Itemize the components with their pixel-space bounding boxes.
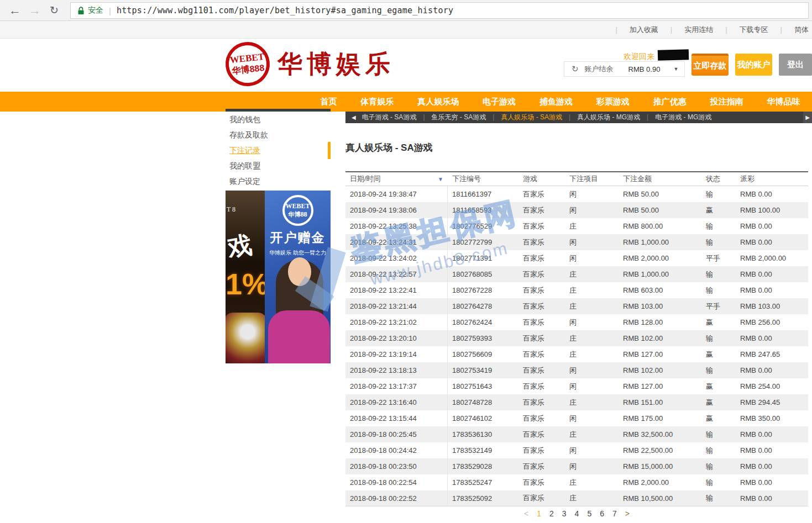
cell-payout: RMB 0.00 xyxy=(736,238,808,246)
logout-button[interactable]: 登出 xyxy=(779,54,812,76)
address-bar[interactable]: 安全 | https://www.wbg1101.com/player/bet_… xyxy=(70,2,809,19)
cell-payout: RMB 100.00 xyxy=(736,206,808,214)
promo-banner-slide1[interactable]: T 8 戏 1% xyxy=(226,191,265,363)
utility-bar: 加入收藏实用连结下载专区简体 xyxy=(0,21,812,39)
cell-game: 百家乐 xyxy=(518,493,565,503)
cell-bet-item: 闲 xyxy=(565,446,619,456)
deposit-button[interactable]: 立即存款 xyxy=(691,54,729,76)
sidebar-item[interactable]: 下注记录 xyxy=(226,142,331,158)
username-censor-bar xyxy=(679,52,689,59)
pagination-page[interactable]: 2 xyxy=(549,509,554,518)
utility-link[interactable]: 实用连结 xyxy=(658,25,713,35)
cell-bet-number: 1783525247 xyxy=(448,478,518,487)
cell-payout: RMB 0.00 xyxy=(736,222,808,230)
table-row: 2018-09-18 00:22:54 1783525247 百家乐 庄 RMB… xyxy=(345,474,808,490)
cell-game: 百家乐 xyxy=(518,366,565,376)
promo-banners[interactable]: T 8 戏 1% WEBET 华博88 开户赠金 华博娱乐 助您一臂之力 xyxy=(226,191,331,363)
cell-bet-amount: RMB 128.00 xyxy=(619,318,701,326)
pagination-prev[interactable]: < xyxy=(524,509,528,518)
nav-item[interactable]: 首页 xyxy=(320,97,337,107)
url-text[interactable]: https://www.wbg1101.com/player/bet_histo… xyxy=(117,6,453,15)
cell-bet-item: 庄 xyxy=(565,350,619,360)
tabs-scroll-right-icon[interactable]: ▶ xyxy=(803,112,812,123)
header-game: 游戏 xyxy=(518,174,565,184)
history-tab[interactable]: 电子游戏 - MG游戏 xyxy=(640,113,711,122)
banner2-logo: WEBET 华博88 xyxy=(282,195,313,226)
table-row: 2018-09-22 13:15:44 1802746102 百家乐 闲 RMB… xyxy=(345,410,808,426)
history-tab[interactable]: 电子游戏 - SA游戏 xyxy=(362,113,417,122)
pagination-page[interactable]: 5 xyxy=(587,509,591,518)
utility-link[interactable]: 下载专区 xyxy=(713,25,768,35)
cell-payout: RMB 103.00 xyxy=(736,302,808,310)
pagination-next[interactable]: > xyxy=(625,509,630,518)
history-tab[interactable]: 真人娱乐场 - SA游戏 xyxy=(486,113,562,122)
banner2-subtitle: 华博娱乐 助您一臂之力 xyxy=(265,249,331,257)
pagination-page[interactable]: 3 xyxy=(562,509,567,518)
pagination-page[interactable]: 1 xyxy=(537,509,541,518)
header-bet-item: 下注项目 xyxy=(565,174,619,184)
table-row: 2018-09-24 19:38:47 1811661397 百家乐 闲 RMB… xyxy=(345,186,808,202)
cell-status: 输 xyxy=(701,221,736,231)
pagination-page[interactable]: 4 xyxy=(575,509,579,518)
nav-item[interactable]: 投注指南 xyxy=(710,97,743,107)
cell-bet-number: 1811658593 xyxy=(448,206,518,214)
browser-forward-icon[interactable]: → xyxy=(29,2,41,19)
cell-status: 输 xyxy=(701,462,736,472)
pagination-page[interactable]: 6 xyxy=(600,509,604,518)
cell-payout: RMB 0.00 xyxy=(736,462,808,471)
cell-bet-amount: RMB 1,000.00 xyxy=(619,238,701,246)
cell-date: 2018-09-22 13:16:40 xyxy=(345,394,448,410)
promo-banner-slide2[interactable]: WEBET 华博88 开户赠金 华博娱乐 助您一臂之力 xyxy=(265,191,331,363)
cell-status: 输 xyxy=(701,430,736,440)
cell-date: 2018-09-24 19:38:47 xyxy=(345,186,448,202)
tabs-scroll-left-icon[interactable]: ◀ xyxy=(352,114,356,120)
history-tab[interactable]: 鱼乐无穷 - SA游戏 xyxy=(416,113,486,122)
nav-item[interactable]: 彩票游戏 xyxy=(596,97,630,107)
sidebar-item-label: 存款及取款 xyxy=(229,130,268,139)
sidebar-item[interactable]: 存款及取款 xyxy=(226,127,331,142)
nav-item[interactable]: 推广优惠 xyxy=(653,97,687,107)
cell-game: 百家乐 xyxy=(518,334,565,344)
page-title: 真人娱乐场 - SA游戏 xyxy=(345,141,433,154)
pagination-page-label: 5 xyxy=(587,509,591,518)
site-header: WEBET 华博888 华博娱乐 欢迎回来 ↻ 账户结余 RMB 0.90 ▼ … xyxy=(0,39,812,92)
site-logo[interactable]: WEBET 华博888 华博娱乐 xyxy=(226,42,395,86)
table-row: 2018-09-22 13:17:37 1802751643 百家乐 闲 RMB… xyxy=(345,378,808,394)
cell-status: 输 xyxy=(701,478,736,488)
cell-bet-number: 1802762424 xyxy=(448,318,518,326)
utility-link[interactable]: 简体 xyxy=(768,25,809,35)
nav-item[interactable]: 真人娱乐场 xyxy=(417,97,459,107)
cell-status: 平手 xyxy=(701,302,736,311)
cell-game: 百家乐 xyxy=(518,189,565,199)
cell-date: 2018-09-18 00:23:50 xyxy=(345,458,448,474)
cell-game: 百家乐 xyxy=(518,462,565,472)
browser-back-icon[interactable]: ← xyxy=(9,2,21,19)
cell-bet-amount: RMB 127.00 xyxy=(619,350,701,358)
sidebar-item[interactable]: 账户设定 xyxy=(226,173,331,189)
utility-link[interactable]: 加入收藏 xyxy=(603,25,658,35)
cell-status: 输 xyxy=(701,366,736,376)
header-date[interactable]: 日期/时间 ▼ xyxy=(345,174,448,184)
refresh-balance-icon[interactable]: ↻ xyxy=(572,64,579,74)
sidebar-item[interactable]: 我的钱包 xyxy=(226,112,331,127)
sidebar-item[interactable]: 我的联盟 xyxy=(226,158,331,173)
nav-item[interactable]: 华博品味 xyxy=(767,97,800,107)
cell-bet-amount: RMB 102.00 xyxy=(619,334,701,342)
history-tab[interactable]: 真人娱乐场 - MG游戏 xyxy=(562,113,640,122)
sort-icon[interactable]: ▼ xyxy=(438,176,443,182)
cell-payout: RMB 254.00 xyxy=(736,382,808,390)
cell-bet-number: 1783536130 xyxy=(448,430,518,439)
banner2-logo-888: 华博88 xyxy=(288,210,307,219)
cell-date: 2018-09-22 13:24:31 xyxy=(345,234,448,250)
nav-item[interactable]: 电子游戏 xyxy=(483,97,516,107)
page: ← → ↻ 安全 | https://www.wbg1101.com/playe… xyxy=(0,0,812,523)
cell-bet-amount: RMB 603.00 xyxy=(619,286,701,294)
nav-item[interactable]: 捕鱼游戏 xyxy=(539,97,573,107)
pagination-page[interactable]: 7 xyxy=(612,509,617,518)
browser-refresh-icon[interactable]: ↻ xyxy=(50,2,59,19)
cell-game: 百家乐 xyxy=(518,382,565,392)
balance-dropdown-icon[interactable]: ▼ xyxy=(673,66,678,72)
nav-item[interactable]: 体育娱乐 xyxy=(360,97,394,107)
my-account-button[interactable]: 我的账户 xyxy=(735,54,772,76)
cell-bet-number: 1802776529 xyxy=(448,222,518,230)
